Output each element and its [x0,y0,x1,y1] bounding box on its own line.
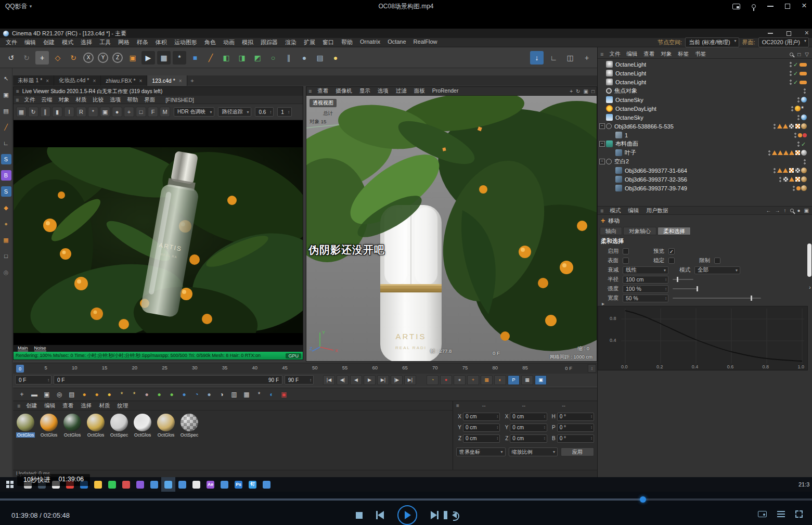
gamma-spinner[interactable]: 1 [277,107,292,117]
tab-close-icon[interactable] [179,78,182,84]
coordinate-input[interactable]: 0 cm [510,434,547,443]
material-item[interactable]: OctGlos [62,414,83,438]
taskbar-app-icon[interactable] [161,477,175,492]
menu-item[interactable]: 书签 [692,50,709,58]
menu-item[interactable]: 面板 [410,87,429,95]
tool-rail-icon[interactable]: ◆ [1,202,11,213]
attribute-tab[interactable]: 轴向 [600,227,622,235]
live-viewer-titlebar[interactable]: Live Viewer Studio 2020.1.5-R4 白无常工作室 (3… [14,87,303,96]
menu-item[interactable]: 选择 [77,402,95,409]
shortcut-icon[interactable]: * [254,390,264,399]
tool-rail-icon[interactable]: S [1,154,11,164]
live-viewer-tool-icon[interactable]: ● [112,107,122,117]
tool-rail-icon[interactable]: B [1,170,11,181]
preview-checkbox[interactable] [668,248,675,254]
menu-item[interactable]: 过滤 [392,87,410,95]
taskbar-app-icon[interactable] [175,477,189,492]
radius-slider[interactable] [673,279,693,280]
menu-item[interactable]: 选择 [77,39,96,46]
shortcut-icon[interactable]: ◎ [55,390,64,399]
menu-item[interactable]: 体积 [152,39,171,46]
record-button[interactable]: ● [440,375,452,385]
exposure-spinner[interactable]: 0.6 [255,107,274,117]
record-button[interactable]: ▣ [535,375,547,385]
object-row[interactable]: 1 [598,131,808,139]
coordinate-input[interactable]: 0 ° [557,434,594,443]
strength-input[interactable]: 100 % [623,285,668,293]
live-viewer-tool-icon[interactable]: ▮ [52,107,62,117]
width-slider[interactable] [673,298,761,299]
playback-button[interactable]: |▶ [391,375,403,385]
shortcut-icon[interactable]: ▦ [242,390,251,399]
search-icon[interactable] [790,209,794,212]
toolbar-icon[interactable]: ╱ [204,51,217,65]
home-icon[interactable]: □ [797,52,801,57]
live-viewer-tool-icon[interactable]: I [64,107,74,117]
live-viewer-tool-icon[interactable]: ▦ [16,107,27,117]
object-tags[interactable] [796,114,808,120]
record-button[interactable]: ▦ [481,375,493,385]
menu-item[interactable]: 跟踪器 [257,39,281,46]
menu-item[interactable]: 创建 [22,402,41,409]
playback-button[interactable]: ▶| [404,375,416,385]
tool-rail-icon[interactable]: ● [1,219,11,229]
menu-item[interactable]: 标签 [675,50,692,58]
lock-icon[interactable]: ▣ [804,208,809,213]
taskbar-app-icon[interactable]: Ps [231,477,246,492]
app-menu-button[interactable]: QQ影音 [5,2,32,11]
menu-item[interactable]: Ornatrix [356,39,384,46]
menu-item[interactable]: 工具 [96,39,114,46]
menu-item[interactable]: 摄像机 [332,87,356,95]
pin-icon[interactable] [752,4,756,8]
object-row[interactable]: Obj3d66-538866-5-535 [598,122,808,131]
volume-button[interactable] [452,512,457,518]
taskbar-app-icon[interactable]: 钉 [246,477,260,492]
coordinate-input[interactable]: 0 cm [510,424,547,432]
object-tags[interactable] [790,106,808,111]
shortcut-icon[interactable]: ▬ [30,390,39,399]
current-frame-marker[interactable]: 0 [16,365,24,373]
menu-item[interactable]: 比较 [89,96,107,104]
coord-system-select[interactable]: 世界坐标 [456,447,506,456]
next-button[interactable] [431,511,439,519]
toolbar-icon[interactable]: ↺ [4,51,18,65]
viewport-corner-icon[interactable]: + [570,88,573,94]
playback-button[interactable]: ▶| [377,375,389,385]
taskbar-app-icon[interactable] [91,477,105,492]
record-button[interactable]: P [508,375,520,385]
c4d-close-button[interactable] [805,30,809,36]
material-item[interactable]: OctSpec [179,414,200,438]
object-row[interactable]: OctaneLight [598,69,808,78]
fullscreen-icon[interactable] [795,510,803,518]
previous-button[interactable] [376,511,384,519]
toolbar-icon[interactable]: ▤ [313,51,327,65]
menu-item[interactable]: 查看 [59,402,77,409]
live-viewer-tool-icon[interactable]: + [124,107,134,117]
object-tags[interactable] [772,168,808,173]
shortcut-icon[interactable]: ▣ [42,390,51,399]
toolbar-icon[interactable]: ◇ [51,51,65,65]
object-tags[interactable] [803,88,808,94]
menu-item[interactable]: 窗口 [319,39,338,46]
record-button[interactable]: + [467,375,479,385]
material-item[interactable]: OctGlos [85,414,106,438]
frame-range-bar[interactable]: 0 F 90 F [54,375,282,385]
menu-item[interactable]: 运动图形 [171,39,201,46]
object-row[interactable]: Obj3d66-399377-31-664 [598,166,808,175]
toolbar-icon[interactable]: ↻ [20,51,33,65]
shortcut-icon[interactable]: ▤ [67,390,76,399]
object-tags[interactable] [796,141,808,147]
attribute-tab[interactable]: 柔和选择 [658,227,691,235]
viewport-corner-icon[interactable]: ↻ [576,88,580,94]
coordinate-input[interactable]: 0 ° [557,413,594,421]
menu-item[interactable]: 帮助 [338,39,356,46]
tool-rail-icon[interactable]: ╱ [1,122,11,132]
path-tracing-select[interactable]: 路径追踪 [218,107,251,117]
object-row[interactable]: OctaneSky [598,113,808,122]
menu-item[interactable]: 材质 [72,96,89,104]
render-pass-tab[interactable]: Noise [34,345,46,351]
live-viewer-tool-icon[interactable]: F [148,107,158,117]
forward-icon[interactable]: → [775,208,780,213]
menu-item[interactable]: 渲染 [281,39,300,46]
tool-rail-icon[interactable]: ▣ [1,89,11,100]
